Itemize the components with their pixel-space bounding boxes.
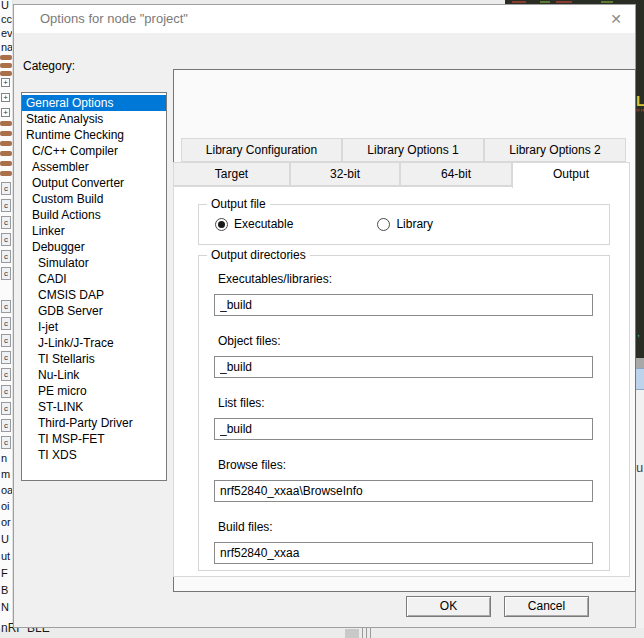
field-input-browse-files[interactable]	[214, 480, 593, 502]
source-file-icon: c	[1, 233, 11, 246]
source-file-icon: c	[1, 368, 11, 381]
category-item-nu-link[interactable]: Nu-Link	[22, 367, 166, 383]
tree-text-fragment: ev	[1, 27, 13, 39]
category-label: Category:	[23, 59, 75, 73]
field-label-object-files: Object files:	[218, 334, 281, 348]
tree-text-fragment: B	[1, 584, 8, 596]
background-bottom-strip	[0, 628, 644, 638]
tree-text-fragment: m	[1, 468, 10, 480]
category-item-cmsis-dap[interactable]: CMSIS DAP	[22, 287, 166, 303]
radio-executable[interactable]	[215, 218, 228, 231]
tree-group-icon	[0, 71, 12, 76]
category-item-ti-stellaris[interactable]: TI Stellaris	[22, 351, 166, 367]
radio-label-library: Library	[396, 217, 433, 231]
category-item-debugger[interactable]: Debugger	[22, 239, 166, 255]
category-item-ti-msp-fet[interactable]: TI MSP-FET	[22, 431, 166, 447]
field-label-executables-libraries: Executables/libraries:	[218, 272, 332, 286]
output-file-options: ExecutableLibrary	[215, 217, 433, 231]
tree-text-fragment: U	[1, 533, 9, 545]
splitter-line	[366, 628, 367, 638]
category-item-runtime-checking[interactable]: Runtime Checking	[22, 127, 166, 143]
source-file-icon: c	[1, 402, 11, 415]
close-icon[interactable]: ✕	[605, 8, 627, 30]
source-file-icon: c	[1, 317, 11, 330]
code-fragment-yellow: L	[636, 92, 644, 109]
source-file-icon: c	[1, 419, 11, 432]
editor-dark-background: L "" ,	[636, 0, 644, 358]
source-file-icon: c	[1, 385, 11, 398]
tab-library-options-2[interactable]: Library Options 2	[484, 138, 626, 162]
output-tab-page: Output file ExecutableLibrary Output dir…	[173, 186, 630, 577]
background-scrollbar-thumb[interactable]	[636, 368, 644, 390]
field-input-list-files[interactable]	[214, 418, 593, 440]
category-item-static-analysis[interactable]: Static Analysis	[22, 111, 166, 127]
output-directories-group: Output directories Executables/libraries…	[198, 255, 610, 571]
tree-text-fragment: ut	[1, 550, 10, 562]
source-file-icon: c	[1, 182, 11, 195]
category-item-linker[interactable]: Linker	[22, 223, 166, 239]
category-item-cadi[interactable]: CADI	[22, 271, 166, 287]
source-file-icon: c	[1, 300, 11, 313]
category-item-gdb-server[interactable]: GDB Server	[22, 303, 166, 319]
background-workspace-tree-strip: UccevnanmoaoiorUutFBN+++ccccccccccccccc	[0, 0, 13, 638]
category-item-simulator[interactable]: Simulator	[22, 255, 166, 271]
tree-text-fragment: oa	[1, 484, 13, 496]
category-item-ti-xds[interactable]: TI XDS	[22, 447, 166, 463]
tree-group-icon	[0, 121, 12, 126]
source-file-icon: c	[1, 267, 11, 280]
category-item-general-options[interactable]: General Options	[22, 95, 166, 111]
background-scrollbar-track[interactable]	[636, 358, 644, 368]
tree-text-fragment: cc	[1, 13, 12, 25]
tab-library-options-1[interactable]: Library Options 1	[342, 138, 484, 162]
source-file-icon: c	[1, 334, 11, 347]
splitter-line	[370, 628, 371, 638]
window-splitter[interactable]	[345, 629, 359, 638]
field-label-list-files: List files:	[218, 396, 265, 410]
source-file-icon: c	[1, 199, 11, 212]
category-item-j-link-j-trace[interactable]: J-Link/J-Trace	[22, 335, 166, 351]
ok-button[interactable]: OK	[406, 596, 491, 617]
dialog-titlebar[interactable]: Options for node "project" ✕	[14, 5, 635, 33]
tab-output[interactable]: Output	[512, 162, 630, 188]
category-item-custom-build[interactable]: Custom Build	[22, 191, 166, 207]
field-input-object-files[interactable]	[214, 356, 593, 378]
code-fragment-teal: ,	[637, 326, 640, 338]
output-file-group: Output file ExecutableLibrary	[198, 204, 610, 245]
tab-target[interactable]: Target	[173, 162, 290, 186]
tab-64-bit[interactable]: 64-bit	[400, 162, 512, 186]
category-item-assembler[interactable]: Assembler	[22, 159, 166, 175]
tree-text-fragment: n	[1, 452, 7, 464]
tree-text-fragment: oi	[1, 500, 10, 512]
tab-32-bit[interactable]: 32-bit	[290, 162, 400, 186]
splitter-line	[362, 628, 363, 638]
category-listbox[interactable]: General OptionsStatic AnalysisRuntime Ch…	[21, 92, 167, 481]
category-item-i-jet[interactable]: I-jet	[22, 319, 166, 335]
output-directories-group-label: Output directories	[207, 248, 310, 262]
radio-library[interactable]	[377, 218, 390, 231]
code-mark	[601, 1, 613, 3]
category-item-build-actions[interactable]: Build Actions	[22, 207, 166, 223]
tree-text-fragment: N	[1, 601, 9, 613]
code-mark	[540, 1, 550, 3]
category-item-c-c-compiler[interactable]: C/C++ Compiler	[22, 143, 166, 159]
tab-library-configuration[interactable]: Library Configuration	[181, 138, 342, 162]
field-input-executables-libraries[interactable]	[214, 294, 593, 316]
category-item-output-converter[interactable]: Output Converter	[22, 175, 166, 191]
tree-text-fragment: or	[1, 516, 11, 528]
radio-label-executable: Executable	[234, 217, 293, 231]
tree-expand-icon[interactable]: +	[1, 108, 10, 117]
tree-expand-icon[interactable]: +	[1, 78, 10, 87]
code-fragment-red: ""	[636, 108, 644, 119]
tree-text-fragment: na	[1, 41, 13, 53]
cancel-button[interactable]: Cancel	[504, 596, 589, 617]
category-item-third-party-driver[interactable]: Third-Party Driver	[22, 415, 166, 431]
source-file-icon: c	[1, 250, 11, 263]
field-input-build-files[interactable]	[214, 542, 593, 564]
code-mark	[512, 1, 526, 3]
field-label-browse-files: Browse files:	[218, 458, 286, 472]
output-file-group-label: Output file	[207, 197, 270, 211]
tree-text-fragment: F	[1, 567, 8, 579]
category-item-pe-micro[interactable]: PE micro	[22, 383, 166, 399]
category-item-st-link[interactable]: ST-LINK	[22, 399, 166, 415]
tree-expand-icon[interactable]: +	[1, 93, 10, 102]
